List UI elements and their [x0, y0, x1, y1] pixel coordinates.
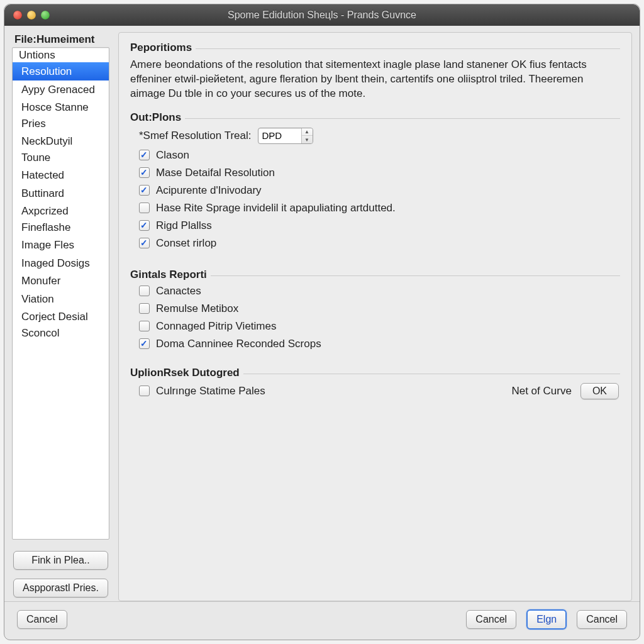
check-label: Conset rirlop	[156, 237, 216, 250]
description-group: Peporitioms Amere beondations of the res…	[130, 42, 620, 103]
cancel-button-2[interactable]: Cancel	[577, 610, 627, 629]
uplink-group: UplionRsek Dutogred Culrınge Statime Pal…	[130, 367, 620, 402]
sidebar-item-label: Hosce Stanne Pries	[21, 101, 89, 130]
check-row: Doma Canninee Reconded Scrops	[130, 335, 620, 353]
check-label: Canactes	[156, 285, 201, 297]
description-text: Amere beondations of the resolution that…	[130, 55, 620, 103]
elgn-button[interactable]: Elgn	[526, 609, 567, 630]
sidebar-header: File:Humeiment	[12, 32, 109, 46]
sidebar-item[interactable]: Hatected	[13, 166, 109, 184]
mase-checkbox[interactable]	[139, 167, 150, 178]
sidebar-item-label: Viation	[21, 293, 54, 305]
check-label: Mase Detaifal Resolution	[156, 167, 275, 179]
cancel-button[interactable]: Cancel	[466, 610, 516, 629]
check-label: Culrınge Statime Pales	[156, 385, 265, 397]
settings-panel: Peporitioms Amere beondations of the res…	[118, 32, 632, 601]
sidebar-item-label: Inaged Dosigs	[21, 257, 90, 269]
dialog-content: File:Humeiment Untions Resolution Aypy G…	[4, 26, 640, 601]
check-label: Doma Canninee Reconded Scrops	[156, 338, 321, 350]
check-row: Clason	[130, 147, 620, 164]
sidebar: File:Humeiment Untions Resolution Aypy G…	[12, 32, 109, 601]
culringe-checkbox[interactable]	[139, 386, 150, 396]
chevron-down-icon[interactable]: ▼	[302, 136, 313, 143]
cancel-button-left[interactable]: Cancel	[17, 610, 67, 629]
check-label: Hase Rite Sprage invidelil it apapuliati…	[156, 202, 396, 214]
zoom-icon[interactable]	[41, 11, 50, 19]
rigd-checkbox[interactable]	[139, 220, 150, 231]
sidebar-item-label: Monufer	[21, 275, 60, 287]
check-label: Acipurente d'Inivodary	[156, 184, 262, 197]
uplink-row: Culrınge Statime Pales Net of Curve OK	[130, 380, 620, 402]
check-row: Acipurente d'Inivodary	[130, 182, 620, 199]
clason-checkbox[interactable]	[139, 150, 150, 160]
sidebar-item-label: Aypy Grenaced	[21, 84, 95, 96]
resolution-input[interactable]	[258, 128, 301, 143]
description-title: Peporitioms	[130, 42, 196, 55]
ok-button[interactable]: OK	[580, 383, 619, 399]
doma-checkbox[interactable]	[139, 338, 150, 349]
check-row: Mase Detaifal Resolution	[130, 164, 620, 182]
sidebar-item[interactable]: Viation	[13, 290, 109, 308]
sidebar-buttons: Fink in Plea.. Aspporastl Pries.	[12, 551, 109, 597]
outplons-title: Out:Plons	[130, 111, 185, 125]
check-row: Remulse Metibox	[130, 300, 620, 318]
check-label: Rigd Plallss	[156, 219, 212, 232]
sidebar-item[interactable]: Axpcrized Fineflashe	[13, 202, 109, 236]
sidebar-item[interactable]: Inaged Dosigs	[13, 254, 109, 272]
stepper[interactable]: ▲ ▼	[301, 128, 313, 143]
sidebar-item[interactable]: Buttinard	[13, 184, 109, 203]
sidebar-item-label: Axpcrized Fineflashe	[21, 205, 70, 233]
sidebar-item-label: Image Fles	[21, 239, 74, 251]
fink-button[interactable]: Fink in Plea..	[13, 551, 108, 570]
aspporast-button[interactable]: Aspporastl Pries.	[13, 579, 108, 597]
gintals-title: Gintals Reporti	[130, 269, 211, 282]
conset-checkbox[interactable]	[139, 238, 150, 248]
check-row: Conset rirlop	[130, 235, 620, 252]
check-row: Rigd Plallss	[130, 217, 620, 235]
sidebar-item[interactable]: Aypy Grenaced	[13, 80, 109, 99]
connaged-checkbox[interactable]	[139, 321, 150, 331]
outplons-group: Out:Plons *Smef Resolution Treal: ▲ ▼	[130, 111, 620, 252]
gintals-group: Gintals Reporti Canactes Remulse Metibox…	[130, 269, 620, 353]
sidebar-item-label: Corject Desial Sconcol	[21, 311, 88, 339]
check-row: Connaged Pitrip Vietimes	[130, 318, 620, 335]
sidebar-item-resolution[interactable]: Resolution	[13, 62, 109, 80]
check-row: Canactes	[130, 282, 620, 300]
titlebar[interactable]: Spome Edidution Sheцls - Prands Guvnce	[4, 4, 640, 26]
canactes-checkbox[interactable]	[139, 286, 150, 296]
hase-checkbox[interactable]	[139, 203, 150, 213]
chevron-up-icon[interactable]: ▲	[302, 128, 313, 136]
preferences-window: Spome Edidution Sheцls - Prands Guvnce F…	[4, 4, 640, 640]
check-label: Clason	[156, 149, 189, 162]
sidebar-item[interactable]: Hosce Stanne Pries	[13, 98, 109, 132]
minimize-icon[interactable]	[27, 11, 36, 19]
sidebar-item[interactable]: Corject Desial Sconcol	[13, 308, 109, 341]
acipurente-checkbox[interactable]	[139, 185, 150, 196]
sidebar-item[interactable]: Image Fles	[13, 236, 109, 254]
sidebar-item-label: Resolution	[21, 65, 72, 77]
remulse-checkbox[interactable]	[139, 303, 150, 314]
sidebar-item-label: Hatected	[21, 169, 64, 181]
dialog-body: File:Humeiment Untions Resolution Aypy G…	[4, 26, 640, 640]
window-title: Spome Edidution Sheцls - Prands Guvnce	[4, 9, 640, 21]
check-label: Remulse Metibox	[156, 303, 238, 315]
check-row: Hase Rite Sprage invidelil it apapuliati…	[130, 199, 620, 217]
sidebar-subheader: Untions	[13, 48, 109, 62]
sidebar-list[interactable]: Untions Resolution Aypy Grenaced Hosce S…	[12, 47, 109, 540]
dialog-footer: Cancel Cancel Elgn Cancel	[4, 601, 640, 640]
traffic-lights	[4, 11, 50, 19]
sidebar-item-label: Buttinard	[21, 187, 64, 199]
resolution-row: *Smef Resolution Treal: ▲ ▼	[130, 125, 620, 147]
net-label: Net of Curve	[511, 385, 571, 397]
resolution-label: *Smef Resolution Treal:	[139, 130, 252, 142]
sidebar-item-label: NeckDutyil Toune	[21, 135, 72, 164]
sidebar-item[interactable]: Monufer	[13, 272, 109, 290]
check-label: Connaged Pitrip Vietimes	[156, 320, 277, 333]
sidebar-item[interactable]: NeckDutyil Toune	[13, 132, 109, 166]
uplink-title: UplionRsek Dutogred	[130, 367, 243, 380]
close-icon[interactable]	[13, 11, 22, 19]
resolution-select[interactable]: ▲ ▼	[258, 128, 313, 144]
